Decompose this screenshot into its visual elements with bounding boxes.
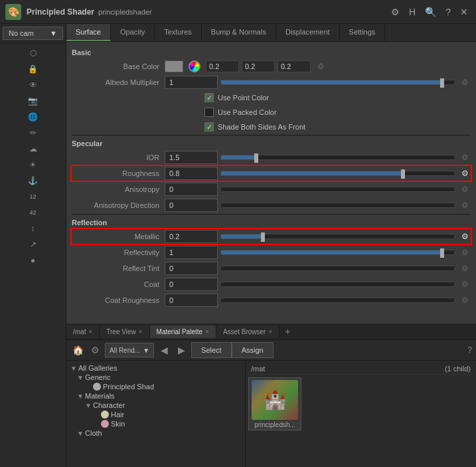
- sidebar-icon-camera[interactable]: 📷: [26, 94, 40, 108]
- toolbar-left-arrow[interactable]: ◀: [157, 343, 171, 357]
- sidebar-icon-anchor[interactable]: ⚓: [26, 173, 40, 188]
- ior-gear[interactable]: ⚙: [459, 151, 471, 163]
- bottom-tab-tree[interactable]: Tree View ×: [100, 326, 149, 338]
- help-btn[interactable]: H: [406, 5, 418, 19]
- use-point-color-check[interactable]: ✓: [204, 93, 214, 102]
- tab-textures[interactable]: Textures: [155, 24, 202, 41]
- anisotropy-dir-value[interactable]: 0: [165, 199, 218, 212]
- reflectivity-gear[interactable]: ⚙: [459, 246, 471, 258]
- toolbar-right-arrow[interactable]: ▶: [174, 343, 189, 357]
- albedo-gear[interactable]: ⚙: [459, 76, 471, 88]
- albedo-value[interactable]: 1: [165, 76, 218, 89]
- coat-roughness-gear[interactable]: ⚙: [459, 294, 471, 306]
- tab-displacement[interactable]: Displacement: [276, 24, 340, 41]
- ior-slider[interactable]: [220, 155, 455, 160]
- coat-roughness-slider[interactable]: [220, 298, 455, 303]
- sidebar-icon-cloud[interactable]: ☁: [26, 141, 40, 156]
- roughness-gear[interactable]: ⚙: [459, 167, 471, 179]
- tab-bump-normals[interactable]: Bump & Normals: [202, 24, 276, 41]
- tab-settings[interactable]: Settings: [340, 24, 386, 41]
- character-item[interactable]: ▼ Character: [69, 401, 242, 410]
- palette-tab-close[interactable]: ×: [205, 328, 209, 335]
- app-icon: 🎨: [5, 4, 21, 20]
- shade-both-check[interactable]: ✓: [204, 122, 214, 132]
- ior-value[interactable]: 1.5: [165, 151, 218, 164]
- tree-tab-close[interactable]: ×: [139, 328, 143, 335]
- asset-tab-close[interactable]: ×: [268, 328, 272, 335]
- info-btn[interactable]: ?: [443, 5, 453, 19]
- color-wheel-icon[interactable]: [189, 60, 200, 72]
- use-packed-color-check[interactable]: [204, 108, 214, 117]
- reflectivity-slider[interactable]: [220, 250, 455, 255]
- sidebar-icon-globe[interactable]: 🌐: [26, 110, 40, 124]
- material-tree: ▼ All Galleries ▼ Generic Principled Sha…: [66, 361, 246, 467]
- gear-btn[interactable]: ⚙: [388, 5, 402, 19]
- metallic-label: Metallic: [72, 233, 165, 240]
- mat-path-label: /mat: [251, 365, 265, 373]
- coat-gear[interactable]: ⚙: [459, 278, 471, 290]
- color-r-value[interactable]: 0.2: [206, 60, 239, 72]
- reflect-tint-slider[interactable]: [220, 266, 455, 271]
- sidebar-icon-hex[interactable]: ⬡: [26, 46, 40, 60]
- albedo-slider[interactable]: [220, 80, 455, 85]
- metallic-slider[interactable]: [220, 234, 455, 239]
- mat-content-header: /mat (1 child): [248, 363, 473, 375]
- all-galleries-item[interactable]: ▼ All Galleries: [69, 363, 242, 373]
- roughness-value[interactable]: 0.8: [165, 167, 218, 180]
- render-mode-dropdown[interactable]: All Rend... ▼: [105, 343, 154, 357]
- sidebar-icon-12[interactable]: 12: [26, 189, 40, 204]
- close-btn[interactable]: ✕: [457, 5, 471, 19]
- reflect-tint-value[interactable]: 0: [165, 262, 218, 275]
- metallic-value[interactable]: 0.2: [165, 230, 218, 243]
- color-b-value[interactable]: 0.2: [278, 60, 311, 72]
- no-cam-button[interactable]: No cam ▼: [3, 27, 63, 40]
- sidebar-icon-lock[interactable]: 🔒: [26, 62, 40, 76]
- search-btn[interactable]: 🔍: [422, 5, 439, 19]
- select-button[interactable]: Select: [191, 342, 232, 358]
- sidebar-icon-dot[interactable]: ●: [26, 253, 40, 268]
- color-swatch[interactable]: [165, 60, 183, 72]
- anisotropy-value[interactable]: 0: [165, 183, 218, 196]
- toolbar-help-btn[interactable]: ?: [467, 345, 472, 355]
- anisotropy-gear[interactable]: ⚙: [459, 183, 471, 195]
- coat-slider[interactable]: [220, 282, 455, 287]
- base-color-gear[interactable]: ⚙: [315, 60, 327, 72]
- coat-value[interactable]: 0: [165, 278, 218, 291]
- reflectivity-value[interactable]: 1: [165, 246, 218, 259]
- sidebar-icon-eye[interactable]: 👁: [26, 78, 40, 92]
- toolbar-gear-icon[interactable]: ⚙: [88, 343, 102, 357]
- tab-opacity[interactable]: Opacity: [111, 24, 155, 41]
- select-assign-buttons: Select Assign: [191, 342, 274, 358]
- mat-tab-close[interactable]: ×: [88, 328, 92, 335]
- assign-button[interactable]: Assign: [232, 342, 274, 358]
- material-thumbnail[interactable]: 🏰 principledsh...: [248, 377, 301, 430]
- anisotropy-slider[interactable]: [220, 187, 455, 192]
- no-cam-arrow: ▼: [50, 29, 57, 37]
- coat-roughness-value[interactable]: 0: [165, 294, 218, 307]
- sidebar-icon-arrow[interactable]: ↕: [26, 221, 40, 236]
- sidebar-icon-42[interactable]: 42: [26, 205, 40, 220]
- principled-shad-item[interactable]: Principled Shad: [69, 382, 242, 391]
- bottom-tab-asset-browser[interactable]: Asset Browser ×: [216, 326, 279, 338]
- sidebar-icon-light[interactable]: ☀: [26, 157, 40, 172]
- bottom-tab-material-palette[interactable]: Material Palette ×: [150, 326, 216, 338]
- anisotropy-dir-gear[interactable]: ⚙: [459, 199, 471, 211]
- top-bar: 🎨 Principled Shader principledshader ⚙ H…: [0, 0, 476, 24]
- generic-item[interactable]: ▼ Generic: [69, 373, 242, 382]
- materials-item[interactable]: ▼ Materials: [69, 391, 242, 401]
- anisotropy-dir-slider[interactable]: [220, 203, 455, 208]
- cloth-item[interactable]: ▼ Cloth: [69, 428, 242, 438]
- roughness-slider[interactable]: [220, 171, 455, 176]
- coat-roughness-row: Coat Roughness 0 ⚙: [72, 293, 471, 308]
- color-g-value[interactable]: 0.2: [242, 60, 275, 72]
- tab-surface[interactable]: Surface: [66, 24, 111, 41]
- sidebar-icon-cursor[interactable]: ↗: [26, 237, 40, 252]
- sidebar-icon-edit[interactable]: ✏: [26, 126, 40, 140]
- toolbar-home-icon[interactable]: 🏠: [70, 343, 85, 357]
- reflect-tint-gear[interactable]: ⚙: [459, 262, 471, 274]
- bottom-tab-mat[interactable]: /mat ×: [66, 326, 100, 338]
- hair-item[interactable]: Hair: [69, 410, 242, 419]
- skin-item[interactable]: Skin: [69, 419, 242, 428]
- add-tab-button[interactable]: +: [279, 324, 295, 339]
- metallic-gear[interactable]: ⚙: [459, 231, 471, 242]
